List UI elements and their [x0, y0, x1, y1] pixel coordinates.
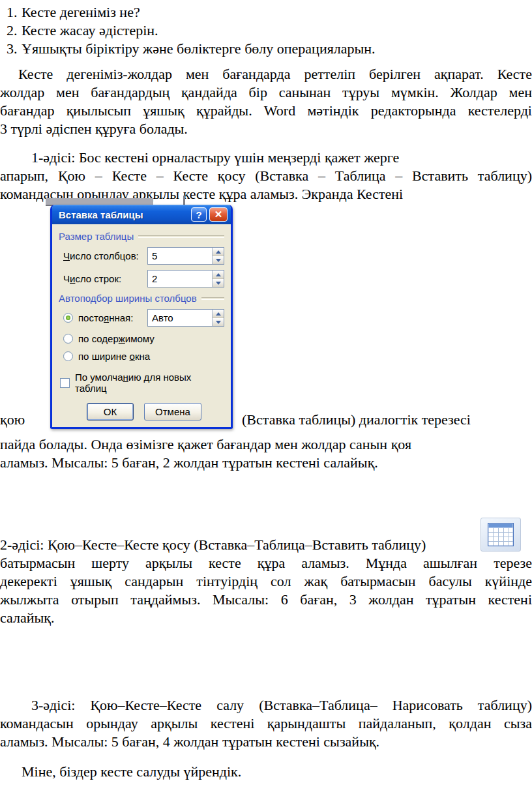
- autofit-group-caption: Автоподбор ширины столбцов: [59, 293, 224, 304]
- label-text: Ч: [63, 273, 70, 284]
- list-text: Кесте жасау әдістерін.: [22, 22, 158, 40]
- by-content-label: по содержимому: [78, 333, 224, 344]
- access-key: ж: [119, 333, 125, 344]
- dialog-title: Вставка таблицы: [59, 209, 188, 220]
- ok-button[interactable]: ОК: [87, 403, 134, 420]
- label-text: имому: [125, 333, 155, 344]
- paragraph-line: салайық.: [0, 609, 532, 627]
- label-text: По умолча: [75, 372, 123, 383]
- rows-value: 2: [148, 271, 212, 287]
- label-text: сло строк:: [75, 273, 121, 284]
- list-text: Кесте дегеніміз не?: [22, 3, 140, 22]
- fixed-width-row: постоянная: Авто: [63, 309, 224, 327]
- insert-table-dialog: Вставка таблицы ? ✕ Размер таблицы Число…: [50, 205, 233, 429]
- paragraph-line: пайда болады. Онда өзімізге қажет бағанд…: [0, 435, 532, 454]
- list-number: 2.: [7, 22, 22, 40]
- list-item: 1. Кесте дегеніміз не?: [0, 3, 532, 22]
- by-window-row: по ширине окна: [63, 351, 224, 362]
- spin-down-icon[interactable]: [213, 256, 224, 264]
- columns-value: 5: [148, 248, 212, 264]
- label-text: исло столбцов:: [70, 250, 139, 261]
- cancel-button[interactable]: Отмена: [144, 403, 201, 420]
- closing-paragraph: Міне, біздер кесте салуды үйрендік.: [0, 763, 532, 781]
- dialog-body: Размер таблицы Число столбцов: 5 Число с…: [52, 224, 231, 427]
- access-key: Ч: [63, 250, 70, 261]
- radio-by-content[interactable]: [63, 334, 73, 344]
- columns-label: Число столбцов:: [63, 250, 147, 261]
- inline-text-before-dialog: қою: [0, 411, 50, 429]
- question-list: 1. Кесте дегеніміз не? 2. Кесте жасау әд…: [0, 0, 532, 58]
- group-divider: [201, 297, 224, 300]
- method1-paragraph: 1-әдісі: Бос кестені орналастыру үшін ме…: [0, 149, 532, 203]
- insert-table-button[interactable]: [480, 518, 521, 552]
- intro-paragraph: Кесте дегеніміз-жолдар мен бағандарда ре…: [0, 65, 532, 138]
- paragraph-line: бағандар қиылысып ұяшық құрайды. Word мә…: [0, 102, 532, 120]
- rows-label: Число строк:: [63, 273, 147, 284]
- columns-row: Число столбцов: 5: [63, 247, 224, 265]
- paragraph-line: 1-әдісі: Бос кестені орналастыру үшін ме…: [0, 149, 532, 167]
- method1-continuation: пайда болады. Онда өзімізге қажет бағанд…: [0, 435, 532, 472]
- group-caption-text: Размер таблицы: [59, 231, 134, 242]
- default-checkbox-row: По умолчанию для новых таблиц: [60, 372, 224, 394]
- rows-row: Число строк: 2: [63, 270, 224, 287]
- spinner-buttons: [212, 310, 224, 326]
- close-icon[interactable]: ✕: [209, 207, 228, 222]
- default-checkbox-label: По умолчанию для новых таблиц: [75, 372, 224, 394]
- paragraph-line: жолдар мен бағандардың қандайда бір саны…: [0, 83, 532, 102]
- paragraph-line: 3 түрлі әдіспен құруға болады.: [0, 120, 532, 138]
- access-key: н: [123, 372, 128, 383]
- group-divider: [138, 235, 224, 238]
- paragraph-line: 3-әдісі: Қою–Кесте–Кесте салу (Вставка–Т…: [0, 696, 532, 715]
- list-number: 3.: [7, 40, 22, 58]
- by-window-label: по ширине окна: [78, 351, 224, 362]
- spinner-buttons: [212, 271, 224, 287]
- label-text: посто: [78, 312, 104, 323]
- paragraph-line: декеректі ұяшық сандарын тінтуірдің сол …: [0, 572, 532, 591]
- fixed-width-spinner[interactable]: Авто: [147, 309, 224, 327]
- list-item: 2. Кесте жасау әдістерін.: [0, 22, 532, 40]
- label-text: кна: [135, 351, 150, 362]
- spin-up-icon[interactable]: [213, 248, 224, 256]
- paragraph-line: командасын орындау арқылы кестені қарынд…: [0, 715, 532, 733]
- spin-up-icon[interactable]: [213, 310, 224, 317]
- document-page: 1. Кесте дегеніміз не? 2. Кесте жасау әд…: [0, 0, 532, 796]
- fixed-width-value: Авто: [148, 310, 212, 326]
- rows-spinner[interactable]: 2: [147, 270, 224, 287]
- inline-text-after-dialog: (Вставка таблицы) диалогтік терезесі: [242, 411, 471, 429]
- by-content-row: по содержимому: [63, 333, 224, 344]
- list-item: 3. Ұяшықты біріктіру және бөліктерге бөл…: [0, 40, 532, 58]
- access-key: я: [104, 312, 109, 323]
- method3-paragraph: 3-әдісі: Қою–Кесте–Кесте салу (Вставка–Т…: [0, 696, 532, 751]
- list-number: 1.: [7, 3, 22, 22]
- paragraph-line: батырмасын шерту арқылы кесте құра аламы…: [0, 554, 532, 572]
- paragraph-line: апарып, Қою – Кесте – Кесте қосу (Вставк…: [0, 167, 532, 185]
- columns-spinner[interactable]: 5: [147, 247, 224, 265]
- help-icon[interactable]: ?: [191, 207, 207, 222]
- default-checkbox[interactable]: [60, 378, 70, 388]
- dialog-figure-row: қою Вставка таблицы ? ✕ Размер таблицы Ч…: [0, 205, 532, 429]
- paragraph-line: 2-әдісі: Қою–Кесте–Кесте қосу (Вставка–Т…: [0, 536, 532, 554]
- dialog-titlebar[interactable]: Вставка таблицы ? ✕: [52, 205, 231, 224]
- fixed-width-label: постоянная:: [78, 312, 147, 323]
- label-text: по содер: [78, 333, 119, 344]
- radio-by-window[interactable]: [63, 351, 73, 361]
- group-caption-text: Автоподбор ширины столбцов: [59, 293, 197, 304]
- radio-fixed-width[interactable]: [63, 313, 73, 323]
- list-text: Ұяшықты біріктіру және бөліктерге бөлу о…: [22, 40, 376, 58]
- method2-paragraph: 2-әдісі: Қою–Кесте–Кесте қосу (Вставка–Т…: [0, 536, 532, 627]
- paragraph-line: аламыз. Мысалы: 5 баған, 4 жолдан тұраты…: [0, 733, 532, 751]
- closing-line: Міне, біздер кесте салуды үйрендік.: [0, 763, 532, 781]
- paragraph-line: Кесте дегеніміз-жолдар мен бағандарда ре…: [0, 65, 532, 83]
- table-size-group-caption: Размер таблицы: [59, 231, 224, 242]
- paragraph-line: жылжыта отырып таңдаймыз. Мысалы: 6 баға…: [0, 591, 532, 609]
- spinner-buttons: [212, 248, 224, 264]
- paragraph-line: аламыз. Мысалы: 5 баған, 2 жолдан тұраты…: [0, 454, 532, 472]
- access-key: о: [130, 351, 135, 362]
- insert-table-icon: [488, 523, 514, 546]
- label-text: нная:: [109, 312, 133, 323]
- spin-down-icon[interactable]: [213, 278, 224, 287]
- dialog-buttons: ОК Отмена: [59, 403, 224, 420]
- spin-down-icon[interactable]: [213, 317, 224, 326]
- label-text: по ширине: [78, 351, 130, 362]
- spin-up-icon[interactable]: [213, 271, 224, 278]
